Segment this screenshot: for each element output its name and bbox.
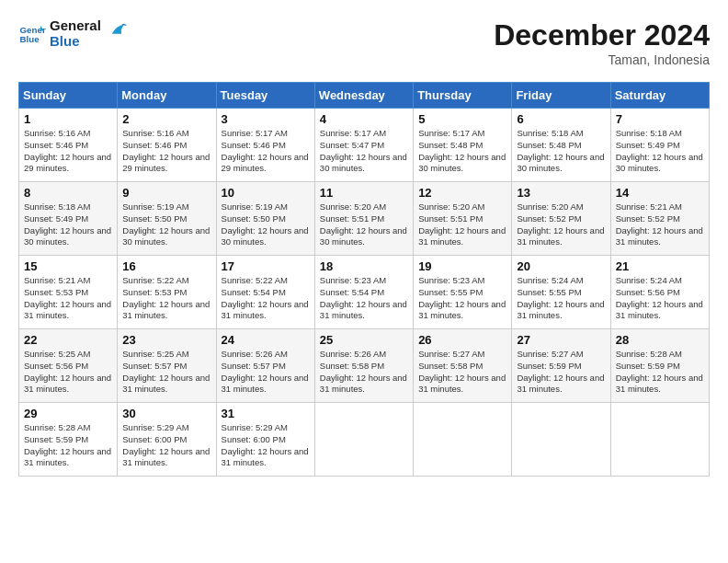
- calendar-cell: 22Sunrise: 5:25 AMSunset: 5:56 PMDayligh…: [19, 329, 118, 403]
- calendar-cell: [512, 403, 610, 477]
- month-title: December 2024: [494, 18, 710, 52]
- day-number: 11: [320, 186, 408, 200]
- cell-dayinfo: Sunrise: 5:22 AMSunset: 5:54 PMDaylight:…: [222, 275, 310, 322]
- logo-line1: General: [50, 18, 101, 34]
- calendar-cell: 8Sunrise: 5:18 AMSunset: 5:49 PMDaylight…: [19, 182, 118, 256]
- day-number: 23: [122, 333, 210, 347]
- calendar-cell: 12Sunrise: 5:20 AMSunset: 5:51 PMDayligh…: [414, 182, 512, 256]
- calendar-cell: 7Sunrise: 5:18 AMSunset: 5:49 PMDaylight…: [610, 109, 709, 182]
- cell-dayinfo: Sunrise: 5:21 AMSunset: 5:53 PMDaylight:…: [24, 275, 112, 322]
- calendar-cell: 2Sunrise: 5:16 AMSunset: 5:46 PMDaylight…: [118, 109, 216, 182]
- cell-dayinfo: Sunrise: 5:25 AMSunset: 5:56 PMDaylight:…: [24, 349, 112, 396]
- calendar-week-row: 1Sunrise: 5:16 AMSunset: 5:46 PMDaylight…: [19, 109, 710, 182]
- day-number: 17: [222, 259, 310, 273]
- cell-dayinfo: Sunrise: 5:20 AMSunset: 5:52 PMDaylight:…: [517, 201, 605, 248]
- day-header-thursday: Thursday: [414, 83, 512, 109]
- cell-dayinfo: Sunrise: 5:21 AMSunset: 5:52 PMDaylight:…: [616, 201, 704, 248]
- cell-dayinfo: Sunrise: 5:26 AMSunset: 5:58 PMDaylight:…: [320, 349, 408, 396]
- calendar-week-row: 22Sunrise: 5:25 AMSunset: 5:56 PMDayligh…: [19, 329, 710, 403]
- calendar-cell: 4Sunrise: 5:17 AMSunset: 5:47 PMDaylight…: [314, 109, 413, 182]
- day-number: 18: [320, 259, 408, 273]
- day-number: 8: [24, 186, 112, 200]
- calendar-cell: 13Sunrise: 5:20 AMSunset: 5:52 PMDayligh…: [512, 182, 610, 256]
- calendar-cell: 16Sunrise: 5:22 AMSunset: 5:53 PMDayligh…: [118, 256, 216, 329]
- calendar-cell: [610, 403, 709, 477]
- day-number: 10: [222, 186, 310, 200]
- cell-dayinfo: Sunrise: 5:19 AMSunset: 5:50 PMDaylight:…: [122, 201, 210, 248]
- day-number: 21: [616, 259, 704, 273]
- cell-dayinfo: Sunrise: 5:20 AMSunset: 5:51 PMDaylight:…: [418, 201, 506, 248]
- title-block: December 2024 Taman, Indonesia: [494, 18, 710, 67]
- day-number: 25: [320, 333, 408, 347]
- day-number: 26: [418, 333, 506, 347]
- calendar-cell: 23Sunrise: 5:25 AMSunset: 5:57 PMDayligh…: [118, 329, 216, 403]
- calendar-cell: 6Sunrise: 5:18 AMSunset: 5:48 PMDaylight…: [512, 109, 610, 182]
- day-number: 2: [122, 112, 210, 126]
- calendar-cell: 10Sunrise: 5:19 AMSunset: 5:50 PMDayligh…: [216, 182, 314, 256]
- cell-dayinfo: Sunrise: 5:29 AMSunset: 6:00 PMDaylight:…: [222, 422, 310, 469]
- cell-dayinfo: Sunrise: 5:25 AMSunset: 5:57 PMDaylight:…: [122, 349, 210, 396]
- day-number: 13: [517, 186, 605, 200]
- day-header-friday: Friday: [512, 83, 610, 109]
- day-number: 24: [222, 333, 310, 347]
- cell-dayinfo: Sunrise: 5:27 AMSunset: 5:59 PMDaylight:…: [517, 349, 605, 396]
- cell-dayinfo: Sunrise: 5:18 AMSunset: 5:49 PMDaylight:…: [616, 128, 704, 175]
- cell-dayinfo: Sunrise: 5:19 AMSunset: 5:50 PMDaylight:…: [222, 201, 310, 248]
- cell-dayinfo: Sunrise: 5:26 AMSunset: 5:57 PMDaylight:…: [222, 349, 310, 396]
- calendar-table: SundayMondayTuesdayWednesdayThursdayFrid…: [18, 82, 710, 477]
- svg-text:Blue: Blue: [20, 34, 40, 44]
- calendar-cell: 24Sunrise: 5:26 AMSunset: 5:57 PMDayligh…: [216, 329, 314, 403]
- day-number: 29: [24, 407, 112, 420]
- cell-dayinfo: Sunrise: 5:18 AMSunset: 5:48 PMDaylight:…: [517, 128, 605, 175]
- cell-dayinfo: Sunrise: 5:17 AMSunset: 5:48 PMDaylight:…: [418, 128, 506, 175]
- calendar-cell: 14Sunrise: 5:21 AMSunset: 5:52 PMDayligh…: [610, 182, 709, 256]
- day-number: 4: [320, 112, 408, 126]
- day-number: 7: [616, 112, 704, 126]
- calendar-cell: [314, 403, 413, 477]
- calendar-cell: 19Sunrise: 5:23 AMSunset: 5:55 PMDayligh…: [414, 256, 512, 329]
- day-number: 9: [122, 186, 210, 200]
- cell-dayinfo: Sunrise: 5:23 AMSunset: 5:54 PMDaylight:…: [320, 275, 408, 322]
- day-number: 31: [222, 407, 310, 420]
- logo-bird-icon: [107, 20, 127, 40]
- cell-dayinfo: Sunrise: 5:16 AMSunset: 5:46 PMDaylight:…: [122, 128, 210, 175]
- calendar-cell: 11Sunrise: 5:20 AMSunset: 5:51 PMDayligh…: [314, 182, 413, 256]
- cell-dayinfo: Sunrise: 5:29 AMSunset: 6:00 PMDaylight:…: [122, 422, 210, 469]
- calendar-cell: [414, 403, 512, 477]
- day-number: 14: [616, 186, 704, 200]
- calendar-cell: 17Sunrise: 5:22 AMSunset: 5:54 PMDayligh…: [216, 256, 314, 329]
- cell-dayinfo: Sunrise: 5:18 AMSunset: 5:49 PMDaylight:…: [24, 201, 112, 248]
- logo: General Blue General Blue: [18, 18, 127, 49]
- calendar-cell: 21Sunrise: 5:24 AMSunset: 5:56 PMDayligh…: [610, 256, 709, 329]
- day-number: 27: [517, 333, 605, 347]
- cell-dayinfo: Sunrise: 5:23 AMSunset: 5:55 PMDaylight:…: [418, 275, 506, 322]
- cell-dayinfo: Sunrise: 5:16 AMSunset: 5:46 PMDaylight:…: [24, 128, 112, 175]
- cell-dayinfo: Sunrise: 5:24 AMSunset: 5:56 PMDaylight:…: [616, 275, 704, 322]
- calendar-cell: 15Sunrise: 5:21 AMSunset: 5:53 PMDayligh…: [19, 256, 118, 329]
- day-header-saturday: Saturday: [610, 83, 709, 109]
- calendar-cell: 31Sunrise: 5:29 AMSunset: 6:00 PMDayligh…: [216, 403, 314, 477]
- cell-dayinfo: Sunrise: 5:17 AMSunset: 5:46 PMDaylight:…: [222, 128, 310, 175]
- day-number: 19: [418, 259, 506, 273]
- calendar-header-row: SundayMondayTuesdayWednesdayThursdayFrid…: [19, 83, 710, 109]
- calendar-cell: 18Sunrise: 5:23 AMSunset: 5:54 PMDayligh…: [314, 256, 413, 329]
- day-number: 20: [517, 259, 605, 273]
- calendar-cell: 5Sunrise: 5:17 AMSunset: 5:48 PMDaylight…: [414, 109, 512, 182]
- cell-dayinfo: Sunrise: 5:28 AMSunset: 5:59 PMDaylight:…: [616, 349, 704, 396]
- page-header: General Blue General Blue December 2024 …: [18, 18, 710, 67]
- calendar-cell: 29Sunrise: 5:28 AMSunset: 5:59 PMDayligh…: [19, 403, 118, 477]
- calendar-week-row: 8Sunrise: 5:18 AMSunset: 5:49 PMDaylight…: [19, 182, 710, 256]
- calendar-cell: 20Sunrise: 5:24 AMSunset: 5:55 PMDayligh…: [512, 256, 610, 329]
- day-number: 22: [24, 333, 112, 347]
- cell-dayinfo: Sunrise: 5:28 AMSunset: 5:59 PMDaylight:…: [24, 422, 112, 469]
- cell-dayinfo: Sunrise: 5:17 AMSunset: 5:47 PMDaylight:…: [320, 128, 408, 175]
- day-number: 15: [24, 259, 112, 273]
- logo-icon: General Blue: [18, 20, 46, 48]
- day-number: 28: [616, 333, 704, 347]
- day-header-tuesday: Tuesday: [216, 83, 314, 109]
- logo-line2: Blue: [50, 34, 101, 50]
- calendar-week-row: 15Sunrise: 5:21 AMSunset: 5:53 PMDayligh…: [19, 256, 710, 329]
- calendar-cell: 25Sunrise: 5:26 AMSunset: 5:58 PMDayligh…: [314, 329, 413, 403]
- day-number: 3: [222, 112, 310, 126]
- calendar-cell: 1Sunrise: 5:16 AMSunset: 5:46 PMDaylight…: [19, 109, 118, 182]
